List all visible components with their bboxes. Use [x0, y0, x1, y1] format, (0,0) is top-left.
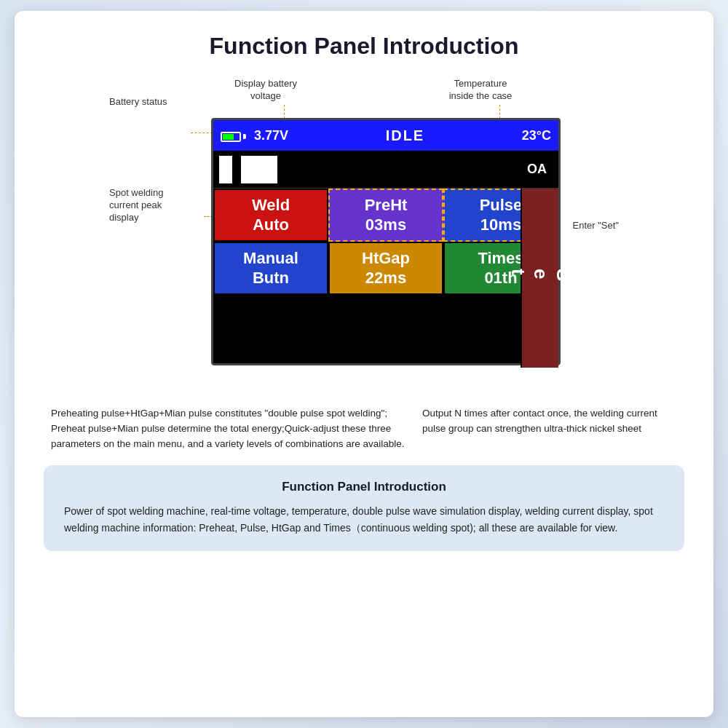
- page-title: Function Panel Introduction: [210, 33, 519, 60]
- battery-body: [221, 132, 241, 142]
- annotation-spot-welding: Spot welding current peak display: [109, 187, 204, 224]
- wave-bar: OA: [213, 151, 558, 189]
- device-screen: 3.77V IDLE 23°C OA WeldAuto PreHt03ms: [211, 118, 561, 365]
- wave-block-1: [219, 156, 232, 183]
- description-left: Preheating pulse+HtGap+Mian pulse consti…: [51, 406, 408, 452]
- voltage-display: 3.77V: [254, 128, 288, 143]
- battery-icon: [221, 132, 246, 142]
- status-bar: 3.77V IDLE 23°C: [213, 120, 558, 151]
- battery-fill: [223, 134, 234, 140]
- annotation-display-voltage: Display battery voltage: [229, 78, 302, 103]
- dot-line-battery-h: [191, 132, 213, 133]
- annotation-temp: Temperature inside the case: [437, 78, 524, 103]
- btn-htgap[interactable]: HtGap22ms: [328, 242, 443, 295]
- annotation-battery-status: Battery status: [109, 96, 189, 108]
- page-container: Function Panel Introduction Display batt…: [15, 11, 713, 717]
- bottom-panel: Function Panel Introduction Power of spo…: [44, 465, 684, 551]
- diagram-section: Display battery voltage Temperature insi…: [44, 74, 684, 387]
- oa-label: OA: [527, 162, 547, 177]
- battery-tip: [243, 134, 246, 139]
- battery-display: 3.77V: [221, 128, 288, 143]
- btn-weld-auto[interactable]: WeldAuto: [213, 189, 328, 242]
- description-right: Output N times after contact once, the w…: [422, 406, 677, 452]
- btn-manual[interactable]: ManualButn: [213, 242, 328, 295]
- set-button[interactable]: Set: [521, 189, 558, 368]
- bottom-panel-title: Function Panel Introduction: [64, 480, 664, 494]
- bottom-panel-text: Power of spot welding machine, real-time…: [64, 503, 664, 537]
- diagram-wrapper: Display battery voltage Temperature insi…: [109, 74, 619, 387]
- temperature-display: 23°C: [522, 128, 551, 143]
- descriptions-section: Preheating pulse+HtGap+Mian pulse consti…: [44, 406, 684, 452]
- btn-preht[interactable]: PreHt03ms: [328, 189, 443, 242]
- idle-status: IDLE: [386, 127, 425, 144]
- wave-block-2: [241, 156, 277, 183]
